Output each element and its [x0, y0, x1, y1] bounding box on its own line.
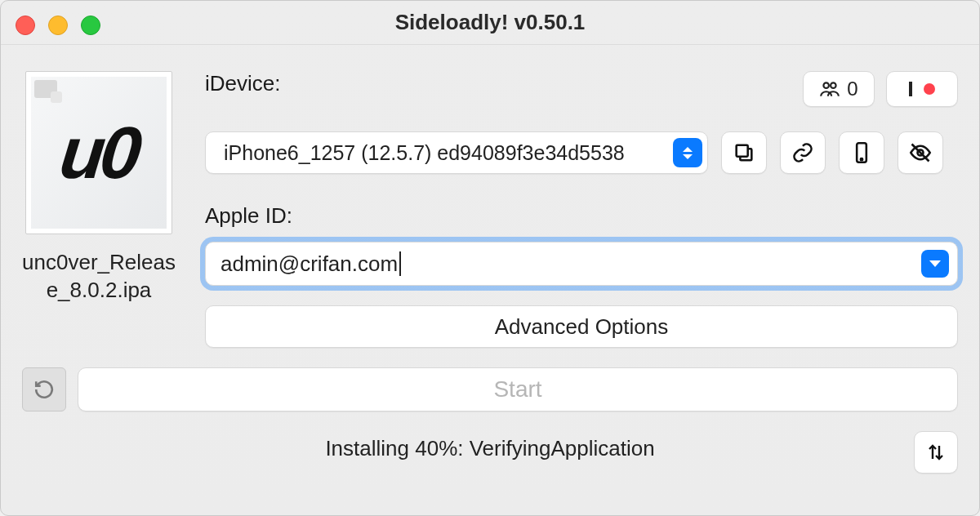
device-dropdown[interactable]: iPhone6_1257 (12.5.7) ed94089f3e34d5538: [205, 131, 708, 174]
queue-count: 0: [847, 78, 858, 100]
idevice-header-row: iDevice: 0: [205, 71, 958, 107]
text-cursor: [399, 251, 401, 276]
patreon-dot-icon: [924, 83, 935, 95]
idevice-label: iDevice:: [205, 71, 280, 96]
header-buttons: 0: [803, 71, 958, 107]
content-area: u0 unc0ver_Release_8.0.2.ipa iDevice:: [1, 45, 979, 515]
hide-button[interactable]: [898, 131, 943, 174]
appleid-combobox[interactable]: admin@crifan.com: [205, 242, 958, 286]
advanced-options-button[interactable]: Advanced Options: [205, 305, 958, 348]
titlebar: Sideloadly! v0.50.1: [1, 1, 979, 45]
zoom-icon[interactable]: [81, 16, 100, 35]
chevron-down-icon[interactable]: [921, 250, 949, 278]
status-text: Installing 40%: VerifyingApplication: [325, 436, 654, 461]
refresh-icon: [33, 379, 55, 400]
svg-rect-3: [737, 145, 748, 157]
advanced-options-label: Advanced Options: [495, 314, 668, 340]
appleid-label: Apple ID:: [205, 203, 958, 229]
appleid-field-wrap: admin@crifan.com: [205, 242, 958, 286]
start-row: Start: [22, 367, 958, 411]
close-icon[interactable]: [16, 16, 35, 35]
app-window: Sideloadly! v0.50.1 u0 unc0ver_Release_8…: [0, 0, 980, 516]
start-label: Start: [493, 376, 541, 403]
ipa-column: u0 unc0ver_Release_8.0.2.ipa: [22, 71, 176, 348]
patreon-bar-icon: [909, 82, 912, 96]
appleid-value: admin@crifan.com: [220, 251, 398, 277]
link-button[interactable]: [780, 131, 826, 174]
patreon-button[interactable]: [886, 71, 958, 107]
link-icon: [791, 141, 814, 164]
copy-icon: [733, 141, 755, 164]
svg-point-0: [824, 82, 830, 88]
start-button[interactable]: Start: [78, 367, 958, 411]
footer: Installing 40%: VerifyingApplication: [22, 436, 958, 461]
refresh-button[interactable]: [22, 367, 66, 411]
ipa-logo-text: u0: [56, 111, 141, 195]
device-row: iPhone6_1257 (12.5.7) ed94089f3e34d5538: [205, 131, 958, 174]
updown-arrow-icon: [673, 138, 702, 167]
device-selected-text: iPhone6_1257 (12.5.7) ed94089f3e34d5538: [224, 141, 625, 165]
form-column: iDevice: 0: [205, 71, 958, 348]
eye-off-icon: [909, 141, 932, 164]
log-toggle-button[interactable]: [914, 431, 958, 474]
upper-section: u0 unc0ver_Release_8.0.2.ipa iDevice:: [22, 71, 958, 348]
svg-point-1: [831, 82, 836, 88]
sort-arrows-icon: [926, 443, 946, 462]
phone-icon: [850, 141, 873, 164]
queue-button[interactable]: 0: [803, 71, 875, 107]
device-info-button[interactable]: [839, 131, 884, 174]
window-title: Sideloadly! v0.50.1: [395, 10, 586, 35]
group-icon: [819, 78, 840, 100]
ipa-filename: unc0ver_Release_8.0.2.ipa: [17, 249, 180, 305]
image-placeholder-icon: [34, 80, 57, 98]
traffic-lights: [16, 16, 100, 35]
svg-point-5: [861, 158, 862, 160]
ipa-dropzone[interactable]: u0: [25, 71, 172, 234]
copy-button[interactable]: [721, 131, 767, 174]
minimize-icon[interactable]: [48, 16, 68, 35]
